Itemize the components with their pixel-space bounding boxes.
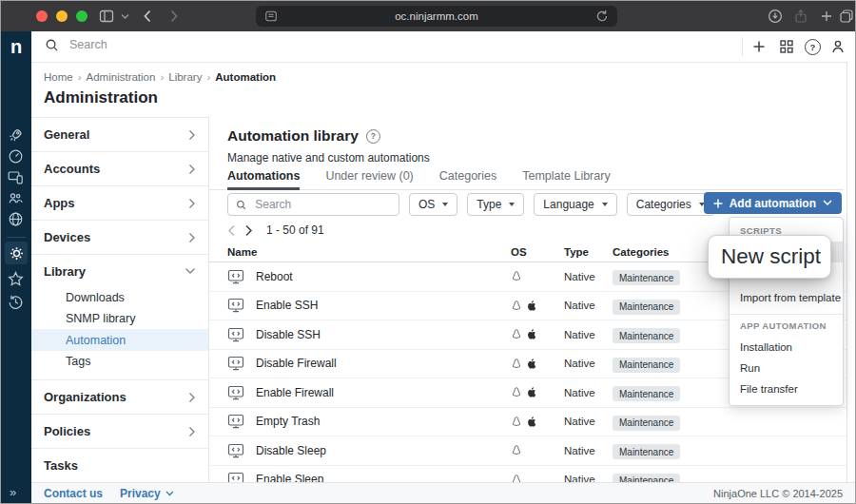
menu-item-installation[interactable]: Installation <box>730 337 843 358</box>
caret-down-icon <box>602 203 608 206</box>
expand-rail-icon[interactable]: » <box>10 485 16 499</box>
devices-icon[interactable] <box>8 169 24 185</box>
chevron-down-icon[interactable] <box>121 13 129 20</box>
category-badge: Maintenance <box>613 270 680 285</box>
script-icon <box>227 327 244 342</box>
contact-us-link[interactable]: Contact us <box>44 487 103 500</box>
sidebar-item-policies[interactable]: Policies <box>31 415 208 449</box>
automation-type: Native <box>564 329 613 340</box>
table-row[interactable]: Disable Sleep Native Maintenance <box>209 436 849 466</box>
address-bar[interactable]: oc.ninjarmm.com <box>256 6 617 27</box>
column-type[interactable]: Type <box>564 246 613 258</box>
tab-under-review[interactable]: Under review (0) <box>325 169 413 189</box>
filter-language[interactable]: Language <box>534 193 616 216</box>
sidebar-item-general[interactable]: General <box>31 118 208 152</box>
script-icon <box>227 356 244 371</box>
rocket-icon[interactable] <box>8 127 24 144</box>
history-icon[interactable] <box>8 294 24 310</box>
back-icon[interactable] <box>142 9 153 24</box>
chevron-down-icon <box>165 491 174 496</box>
menu-item-file-transfer[interactable]: File transfer <box>730 378 843 399</box>
tabs-overview-icon[interactable] <box>839 9 854 24</box>
tab-categories[interactable]: Categories <box>439 169 496 189</box>
script-icon <box>227 443 244 458</box>
apple-icon <box>526 386 537 398</box>
breadcrumb-library[interactable]: Library <box>168 71 202 83</box>
menu-item-import-from-template[interactable]: Import from template <box>730 287 843 308</box>
users-icon[interactable] <box>8 190 24 206</box>
info-icon[interactable]: ? <box>366 129 380 144</box>
star-icon[interactable] <box>8 271 24 287</box>
chevron-right-icon <box>188 198 196 209</box>
add-automation-button[interactable]: Add automation <box>704 192 842 214</box>
breadcrumb-home[interactable]: Home <box>44 71 73 83</box>
sidebar-item-devices[interactable]: Devices <box>31 221 208 255</box>
linux-icon <box>511 300 522 312</box>
scrollbar-track[interactable] <box>846 62 855 484</box>
next-page-icon[interactable] <box>244 224 253 237</box>
breadcrumb-administration[interactable]: Administration <box>87 71 156 83</box>
forward-icon[interactable] <box>168 9 180 24</box>
share-icon[interactable] <box>793 9 808 24</box>
chevron-down-icon <box>185 267 196 275</box>
privacy-link[interactable]: Privacy <box>120 487 174 500</box>
automation-type: Native <box>564 271 613 282</box>
category-badge: Maintenance <box>613 386 680 401</box>
linux-icon <box>511 328 522 340</box>
refresh-icon[interactable] <box>595 10 609 23</box>
globe-icon[interactable] <box>8 211 24 227</box>
column-os[interactable]: OS <box>511 246 564 258</box>
user-icon[interactable] <box>830 39 846 54</box>
new-tab-icon[interactable] <box>819 9 834 24</box>
automation-name: Empty Trash <box>256 415 511 428</box>
sidebar-item-library[interactable]: Library <box>31 255 208 287</box>
browser-window: oc.ninjarmm.com n ? » <box>0 0 856 504</box>
table-search-input[interactable] <box>253 197 391 212</box>
sidebar-item-downloads[interactable]: Downloads <box>31 287 208 308</box>
magnifier-overlay[interactable]: New script <box>708 235 831 279</box>
dashboard-icon[interactable] <box>8 148 24 165</box>
table-search[interactable] <box>227 193 399 216</box>
sidebar-item-automation[interactable]: Automation <box>31 329 208 351</box>
reader-icon[interactable] <box>264 10 278 23</box>
sidebar-item-tasks[interactable]: Tasks <box>31 449 208 483</box>
section-subtitle: Manage native and custom automations <box>227 151 430 165</box>
sidebar-item-administration[interactable] <box>5 242 28 264</box>
sidebar-item-snmp-library[interactable]: SNMP library <box>31 308 208 329</box>
prev-page-icon[interactable] <box>227 224 236 237</box>
search-icon <box>236 199 246 211</box>
settings-gear-icon <box>9 245 25 262</box>
close-window-button[interactable] <box>36 10 48 22</box>
sidebar-item-organizations[interactable]: Organizations <box>31 380 208 415</box>
column-name[interactable]: Name <box>227 246 511 258</box>
sidebar-item-apps[interactable]: Apps <box>31 186 208 221</box>
pagination-range: 1 - 50 of 91 <box>266 223 324 237</box>
zoom-window-button[interactable] <box>76 10 88 22</box>
filter-categories[interactable]: Categories <box>627 193 714 216</box>
downloads-icon[interactable] <box>768 9 783 24</box>
chevron-right-icon <box>188 164 196 175</box>
tab-automations[interactable]: Automations <box>227 169 300 189</box>
automation-type: Native <box>564 416 613 427</box>
chevron-right-icon <box>188 232 196 243</box>
filter-os[interactable]: OS <box>409 193 457 216</box>
help-icon[interactable]: ? <box>805 39 821 55</box>
sidebar-item-tags[interactable]: Tags <box>31 351 208 372</box>
add-icon[interactable] <box>751 39 767 54</box>
sidebar-item-accounts[interactable]: Accounts <box>31 152 208 186</box>
tab-template-library[interactable]: Template Library <box>522 169 610 189</box>
table-row[interactable]: Empty Trash Native Maintenance <box>209 408 849 437</box>
tab-bar: Automations Under review (0) Categories … <box>209 169 844 190</box>
global-search[interactable] <box>45 37 357 52</box>
menu-item-run[interactable]: Run <box>730 358 843 378</box>
filter-type[interactable]: Type <box>467 193 524 216</box>
linux-icon <box>511 386 522 398</box>
global-search-input[interactable] <box>68 37 357 52</box>
apps-grid-icon[interactable] <box>779 39 794 54</box>
sidebar-toggle-icon[interactable] <box>99 9 114 24</box>
linux-icon <box>511 444 522 456</box>
linux-icon <box>511 416 522 428</box>
category-badge: Maintenance <box>613 444 680 459</box>
ninjaone-logo[interactable]: n <box>1 31 31 62</box>
minimize-window-button[interactable] <box>56 10 68 22</box>
